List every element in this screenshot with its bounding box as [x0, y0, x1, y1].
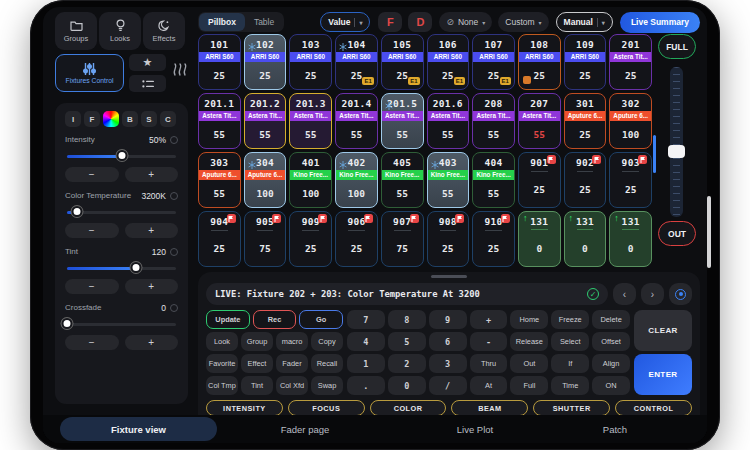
- master-fader-thumb[interactable]: [668, 145, 685, 158]
- color-temperature-slider[interactable]: [67, 207, 176, 217]
- key-tint[interactable]: Tint: [241, 376, 273, 395]
- fixture-cell-404[interactable]: 404Kino Free...55: [472, 152, 515, 208]
- tab-b[interactable]: B: [122, 111, 138, 127]
- key-full[interactable]: Full: [510, 376, 548, 395]
- fixture-cell-131[interactable]: ↑1310: [518, 211, 561, 267]
- key-group[interactable]: Group: [241, 332, 273, 351]
- function-intensity-button[interactable]: INTENSITY: [206, 400, 283, 416]
- fixture-cell-106[interactable]: 106ARRI S6025E1: [427, 34, 470, 90]
- fixture-cell-201.4[interactable]: 201.4Astera Tit...55: [335, 93, 378, 149]
- crossfade-minus-button[interactable]: −: [65, 335, 119, 350]
- slider-thumb[interactable]: [62, 318, 73, 329]
- fixture-cell-104[interactable]: 104ARRI S6025E1: [335, 34, 378, 90]
- fixture-cell-107[interactable]: 107ARRI S6025E1: [472, 34, 515, 90]
- key-rec[interactable]: Rec: [253, 310, 297, 329]
- key-if[interactable]: If: [551, 354, 589, 373]
- tab-color-wheel[interactable]: [103, 111, 119, 127]
- waves-icon[interactable]: [171, 61, 189, 79]
- color-temperature-minus-button[interactable]: −: [65, 223, 119, 238]
- value-dropdown[interactable]: Value ▾: [320, 12, 370, 32]
- fixture-cell-103[interactable]: 103ARRI S6025: [289, 34, 332, 90]
- key-at[interactable]: At: [470, 376, 508, 395]
- key-3[interactable]: 3: [429, 354, 467, 373]
- tab-live-plot[interactable]: Live Plot: [457, 415, 493, 443]
- intensity-minus-button[interactable]: −: [65, 167, 119, 182]
- intensity-slider[interactable]: [67, 151, 176, 161]
- key-1[interactable]: 1: [347, 354, 385, 373]
- fixture-cell-302[interactable]: 302Aputure 6...100: [609, 93, 652, 149]
- key-/[interactable]: /: [429, 376, 467, 395]
- fixture-cell-207[interactable]: 207Astera Tit...55: [518, 93, 561, 149]
- fixture-cell-105[interactable]: 105ARRI S6025E1: [381, 34, 424, 90]
- tab-s[interactable]: S: [141, 111, 157, 127]
- crossfade-slider[interactable]: [67, 319, 176, 329]
- key-delete[interactable]: Delete: [592, 310, 630, 329]
- key-release[interactable]: Release: [510, 332, 548, 351]
- key-recall[interactable]: Recall: [311, 354, 343, 373]
- custom-dropdown[interactable]: Custom ▾: [498, 12, 548, 32]
- key-thru[interactable]: Thru: [470, 354, 508, 373]
- sidebar-item-effects[interactable]: Effects: [143, 12, 185, 50]
- fixture-cell-909[interactable]: 90925: [289, 211, 332, 267]
- live-summary-button[interactable]: Live Summary: [620, 12, 700, 33]
- key-4[interactable]: 4: [347, 332, 385, 351]
- history-prev-button[interactable]: ‹: [613, 283, 636, 305]
- fixture-cell-301[interactable]: 301Aputure 6...25: [564, 93, 607, 149]
- fixture-cell-201[interactable]: 201Astera Tit...25: [609, 34, 652, 90]
- fixture-cell-405[interactable]: 405Kino Free...55: [381, 152, 424, 208]
- drag-handle[interactable]: [431, 275, 467, 278]
- key-5[interactable]: 5: [388, 332, 426, 351]
- key-go[interactable]: Go: [299, 310, 343, 329]
- key-freeze[interactable]: Freeze: [551, 310, 589, 329]
- fixture-cell-910[interactable]: 91025: [472, 211, 515, 267]
- key-macro[interactable]: macro: [276, 332, 308, 351]
- key-offset[interactable]: Offset: [592, 332, 630, 351]
- fixture-cell-903[interactable]: 90325: [609, 152, 652, 208]
- function-color-button[interactable]: COLOR: [370, 400, 447, 416]
- key-align[interactable]: Align: [592, 354, 630, 373]
- fixture-cell-201.1[interactable]: 201.1Astera Tit...55: [198, 93, 241, 149]
- fixture-cell-201.6[interactable]: 201.6Astera Tit...55: [427, 93, 470, 149]
- fixture-cell-402[interactable]: 402Kino Free...100: [335, 152, 378, 208]
- tab-fixture-view[interactable]: Fixture view: [60, 417, 217, 441]
- none-dropdown[interactable]: ⊘ None ▾: [439, 12, 492, 32]
- key-home[interactable]: Home: [510, 310, 548, 329]
- fixture-cell-304[interactable]: 304Aputure 6...100: [244, 152, 287, 208]
- fixture-cell-131[interactable]: ↑1310: [609, 211, 652, 267]
- fixture-cell-201.5[interactable]: 201.5Astera Tit...55: [381, 93, 424, 149]
- tint-minus-button[interactable]: −: [65, 279, 119, 294]
- fixture-cell-208[interactable]: 208Astera Tit...55: [472, 93, 515, 149]
- grid-scrollbar[interactable]: [653, 135, 656, 173]
- tab-c[interactable]: C: [160, 111, 176, 127]
- f-button[interactable]: F: [378, 12, 402, 32]
- control-radio[interactable]: [170, 136, 178, 144]
- tint-slider[interactable]: [67, 263, 176, 273]
- fixture-cell-904[interactable]: 90425: [198, 211, 241, 267]
- slider-thumb[interactable]: [71, 206, 82, 217]
- function-beam-button[interactable]: BEAM: [451, 400, 528, 416]
- tint-plus-button[interactable]: +: [125, 279, 179, 294]
- key-select[interactable]: Select: [551, 332, 589, 351]
- key-look[interactable]: Look: [206, 332, 238, 351]
- key-2[interactable]: 2: [388, 354, 426, 373]
- tab-i[interactable]: I: [65, 111, 81, 127]
- control-radio[interactable]: [170, 304, 178, 312]
- clear-button[interactable]: CLEAR: [634, 310, 692, 351]
- key-out[interactable]: Out: [510, 354, 548, 373]
- key-7[interactable]: 7: [347, 310, 385, 329]
- key-on[interactable]: ON: [592, 376, 630, 395]
- function-control-button[interactable]: CONTROL: [615, 400, 692, 416]
- fixture-cell-905[interactable]: 90575: [244, 211, 287, 267]
- tab-fader-page[interactable]: Fader page: [281, 415, 330, 443]
- fixture-cell-303[interactable]: 303Aputure 6...55: [198, 152, 241, 208]
- key-fader[interactable]: Fader: [276, 354, 308, 373]
- key-.[interactable]: .: [347, 376, 385, 395]
- manual-dropdown[interactable]: Manual ▾: [556, 12, 613, 32]
- history-next-button[interactable]: ›: [641, 283, 664, 305]
- fixture-cell-906[interactable]: 90625: [335, 211, 378, 267]
- favorites-button[interactable]: ★: [129, 54, 166, 71]
- key-copy[interactable]: Copy: [311, 332, 343, 351]
- master-fader-track[interactable]: [670, 67, 683, 217]
- intensity-plus-button[interactable]: +: [125, 167, 179, 182]
- key-col-tmp[interactable]: Col Tmp: [206, 376, 238, 395]
